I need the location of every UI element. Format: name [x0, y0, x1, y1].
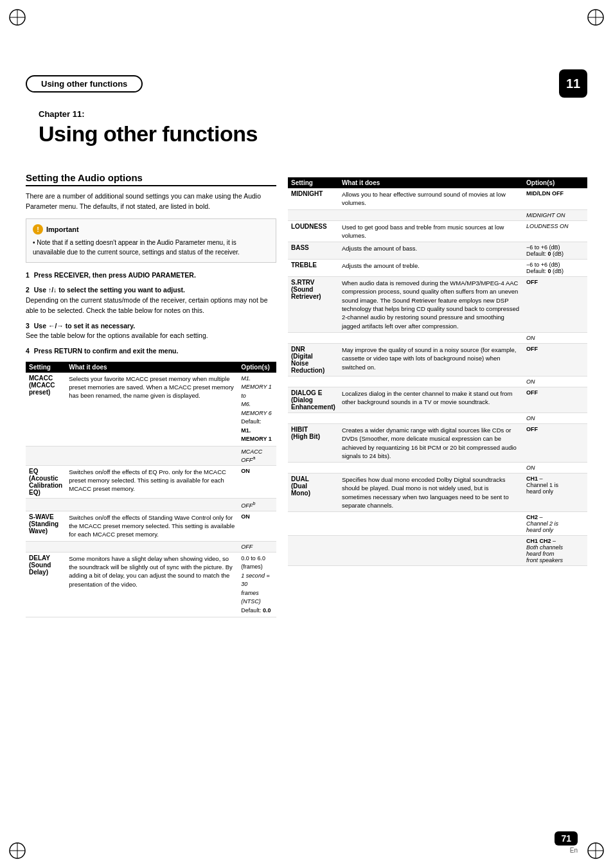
col-setting-r: Setting — [288, 177, 339, 188]
col-what-r: What it does — [339, 177, 523, 188]
header-bar: Using other functions 11 — [26, 69, 587, 98]
chapter-sub-label: Chapter 11: — [39, 109, 258, 119]
table-row: HIBIT(High Bit) Creates a wider dynamic … — [288, 423, 587, 462]
table-row: ON — [288, 463, 587, 474]
table-row: DIALOG E(DialogEnhancement) Localizes di… — [288, 387, 587, 412]
intro-text: There are a number of additional sound s… — [26, 191, 276, 212]
chapter-number-badge: 11 — [559, 69, 587, 98]
header-title: Using other functions — [26, 75, 143, 93]
table-row: OFF — [26, 541, 276, 552]
main-content: Setting the Audio options There are a nu… — [26, 172, 587, 829]
section-title: Setting the Audio options — [26, 172, 276, 186]
col-options: Option(s) — [238, 362, 276, 373]
col-options-r: Option(s) — [523, 177, 587, 188]
corner-mark-tr — [586, 8, 605, 27]
col-setting: Setting — [26, 362, 66, 373]
corner-mark-bl — [8, 841, 27, 860]
table-row: LOUDNESS Used to get good bass and trebl… — [288, 220, 587, 242]
left-settings-table: Setting What it does Option(s) MCACC(MCA… — [26, 362, 276, 617]
warning-icon: ! — [33, 224, 43, 235]
table-row: MCACC(MCACCpreset) Selects your favorite… — [26, 373, 276, 447]
table-row: TREBLE Adjusts the amount of treble. −6 … — [288, 260, 587, 277]
footer-language: En — [570, 847, 578, 854]
table-row: DNR(DigitalNoiseReduction) May improve t… — [288, 343, 587, 376]
step-3: 3 Use ←/→ to set it as necessary. See th… — [26, 321, 276, 342]
step-1: 1 Press RECEIVER, then press AUDIO PARAM… — [26, 270, 276, 281]
table-row: S.RTRV(SoundRetriever) When audio data i… — [288, 277, 587, 333]
corner-mark-br — [586, 841, 605, 860]
table-row: DELAY(SoundDelay) Some monitors have a s… — [26, 552, 276, 617]
table-row: BASS Adjusts the amount of bass. −6 to +… — [288, 242, 587, 260]
chapter-heading: Chapter 11: Using other functions — [39, 109, 258, 146]
step-2: 2 Use ↑/↓ to select the setting you want… — [26, 285, 276, 315]
table-row: ON — [288, 376, 587, 387]
important-title: ! Important — [33, 224, 269, 235]
important-text: • Note that if a setting doesn't appear … — [33, 238, 269, 257]
left-column: Setting the Audio options There are a nu… — [26, 172, 276, 829]
table-row: MIDNIGHT Allows you to hear effective su… — [288, 188, 587, 209]
table-row: EQ(AcousticCalibrationEQ) Switches on/of… — [26, 465, 276, 498]
table-row: MIDNIGHT ON — [288, 209, 587, 220]
table-row: CH1 CH2 –Both channelsheard fromfront sp… — [288, 536, 587, 566]
table-row: OFFb — [26, 498, 276, 511]
right-settings-table: Setting What it does Option(s) MIDNIGHT … — [288, 177, 587, 566]
table-row: ON — [288, 412, 587, 423]
col-what: What it does — [66, 362, 238, 373]
table-row: DUAL(DualMono) Specifies how dual mono e… — [288, 474, 587, 512]
step-4: 4 Press RETURN to confirm and exit the m… — [26, 346, 276, 357]
page-number: 71 — [555, 831, 578, 846]
right-column: Setting What it does Option(s) MIDNIGHT … — [288, 172, 587, 829]
corner-mark-tl — [8, 8, 27, 27]
table-row: CH2 –Channel 2 isheard only — [288, 512, 587, 536]
table-row: S-WAVE(StandingWave) Switches on/off the… — [26, 511, 276, 541]
table-row: MCACC OFFa — [26, 446, 276, 465]
important-box: ! Important • Note that if a setting doe… — [26, 218, 276, 263]
table-row: ON — [288, 332, 587, 343]
footer: 71 En — [555, 831, 578, 854]
chapter-title: Using other functions — [39, 121, 258, 146]
